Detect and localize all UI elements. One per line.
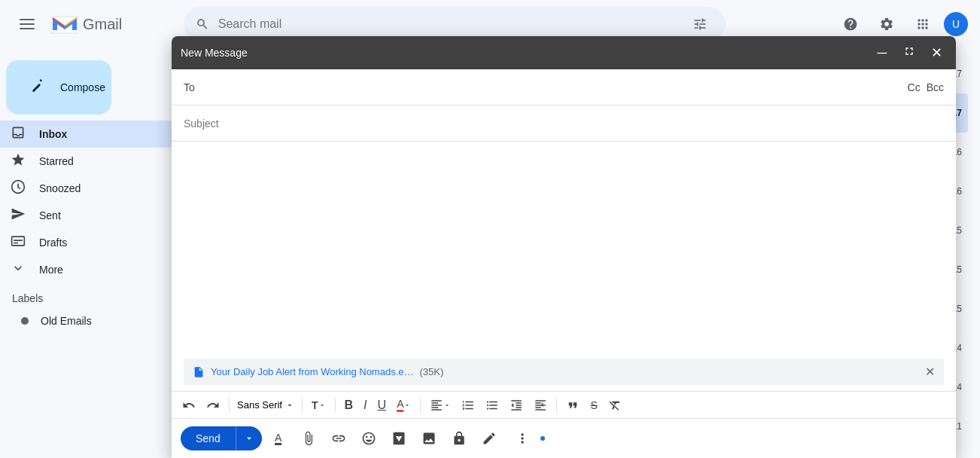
starred-icon (9, 152, 27, 171)
text-color-chevron (403, 402, 411, 409)
toolbar-separator-5 (556, 398, 557, 413)
drive-button[interactable] (385, 425, 412, 452)
strikethrough-button[interactable]: S (586, 396, 601, 414)
sidebar-item-label: Inbox (39, 128, 67, 140)
quote-button[interactable] (562, 395, 584, 415)
underline-button[interactable]: U (373, 395, 391, 415)
sidebar-item-starred[interactable]: Starred (0, 148, 181, 175)
gmail-logo: Gmail (51, 14, 122, 35)
close-icon: ✕ (931, 44, 942, 61)
compose-header-actions: ─ ✕ (872, 42, 947, 63)
compose-header: New Message ─ ✕ (172, 36, 956, 69)
toolbar-separator-2 (302, 398, 303, 413)
ordered-list-button[interactable] (457, 395, 479, 415)
format-icon: A (275, 432, 282, 445)
minimize-button[interactable]: ─ (872, 42, 893, 63)
sidebar-item-label: More (39, 264, 63, 276)
sidebar-item-snoozed[interactable]: Snoozed (0, 175, 181, 202)
more-options-icon (515, 431, 530, 446)
nav-list: Inbox Starred Snoozed Sent (0, 121, 193, 283)
attachment-name: Your Daily Job Alert from Working Nomads… (211, 366, 414, 377)
expand-button[interactable] (899, 42, 920, 63)
undo-button[interactable] (178, 395, 200, 415)
search-filter-button[interactable] (686, 9, 714, 39)
formatting-toolbar: Sans Serif T B I U A (172, 391, 956, 418)
photo-icon (422, 431, 437, 446)
more-options-button[interactable] (509, 425, 536, 452)
align-button[interactable] (425, 395, 455, 415)
compose-content[interactable]: Your Daily Job Alert from Working Nomads… (172, 142, 956, 391)
unordered-list-button[interactable] (481, 395, 504, 415)
close-compose-button[interactable]: ✕ (926, 42, 947, 63)
apps-button[interactable] (908, 9, 938, 39)
toolbar-separator-4 (420, 398, 421, 413)
attachment-file-icon (193, 366, 205, 378)
send-dropdown-icon (244, 433, 254, 444)
attach-button[interactable] (295, 425, 322, 452)
bottom-toolbar: Send A (172, 418, 956, 458)
svg-rect-2 (20, 28, 35, 29)
help-button[interactable] (835, 9, 866, 39)
toolbar-separator-1 (229, 398, 230, 413)
compose-icon (24, 74, 51, 101)
to-input[interactable] (202, 78, 908, 96)
format-button[interactable]: A (265, 425, 292, 452)
confidential-button[interactable] (446, 425, 473, 452)
sidebar-item-label: Sent (39, 209, 61, 221)
toolbar-separator-3 (335, 398, 336, 413)
clear-formatting-button[interactable] (604, 395, 626, 415)
gmail-label: Gmail (83, 16, 122, 33)
indent-more-button[interactable] (529, 395, 552, 415)
italic-button[interactable]: I (359, 395, 371, 415)
photo-button[interactable] (415, 425, 443, 452)
signature-icon (482, 431, 497, 446)
minimize-icon: ─ (878, 45, 887, 61)
bcc-button[interactable]: Bcc (927, 81, 944, 93)
font-family-selector[interactable]: Sans Serif (234, 398, 297, 412)
cc-bcc-buttons: Cc Bcc (908, 81, 944, 93)
text-color-button[interactable]: A (392, 395, 415, 415)
settings-button[interactable] (872, 9, 902, 39)
attachment-chip: Your Daily Job Alert from Working Nomads… (184, 359, 944, 385)
font-size-button[interactable]: T (307, 396, 330, 414)
search-input[interactable] (218, 17, 678, 31)
send-button[interactable]: Send (181, 426, 262, 450)
emoji-button[interactable] (355, 425, 382, 452)
link-button[interactable] (325, 425, 352, 452)
signature-button[interactable] (476, 425, 503, 452)
topbar-left: Gmail (12, 9, 178, 39)
chevron-down-icon (285, 401, 294, 410)
avatar[interactable]: U (944, 12, 968, 36)
sidebar-item-inbox[interactable]: Inbox (0, 121, 181, 148)
labels-title: Labels (12, 289, 181, 307)
indent-less-button[interactable] (505, 395, 528, 415)
bold-button[interactable]: B (340, 395, 358, 415)
search-icon (196, 17, 209, 32)
sidebar-item-drafts[interactable]: Drafts (0, 229, 181, 256)
sidebar-item-label: Starred (39, 155, 74, 167)
snoozed-icon (9, 179, 27, 198)
sidebar-item-sent[interactable]: Sent (0, 202, 181, 229)
font-size-chevron (318, 402, 326, 409)
sidebar: Compose Inbox Starred (0, 48, 193, 458)
sidebar-item-label: Snoozed (39, 182, 81, 194)
attachment-close-button[interactable]: ✕ (925, 365, 935, 379)
label-item-old-emails[interactable]: Old Emails (12, 307, 169, 334)
compose-dialog: New Message ─ ✕ To Cc Bcc (172, 36, 956, 458)
label-dot (21, 317, 29, 325)
compose-button[interactable]: Compose (6, 60, 111, 114)
subject-input[interactable] (184, 114, 944, 133)
sidebar-item-more[interactable]: More (0, 256, 181, 283)
drafts-icon (9, 234, 27, 252)
font-family-label: Sans Serif (237, 399, 282, 411)
menu-button[interactable] (12, 9, 42, 39)
send-dropdown-button[interactable] (236, 427, 262, 450)
topbar-right: U (835, 9, 968, 39)
compose-body: To Cc Bcc Your Daily Job Alert from Work… (172, 69, 956, 458)
inbox-icon (9, 125, 27, 144)
more-icon (9, 261, 27, 279)
redo-button[interactable] (202, 395, 224, 415)
send-label: Send (181, 426, 236, 450)
label-name: Old Emails (41, 315, 92, 327)
cc-button[interactable]: Cc (908, 81, 921, 93)
